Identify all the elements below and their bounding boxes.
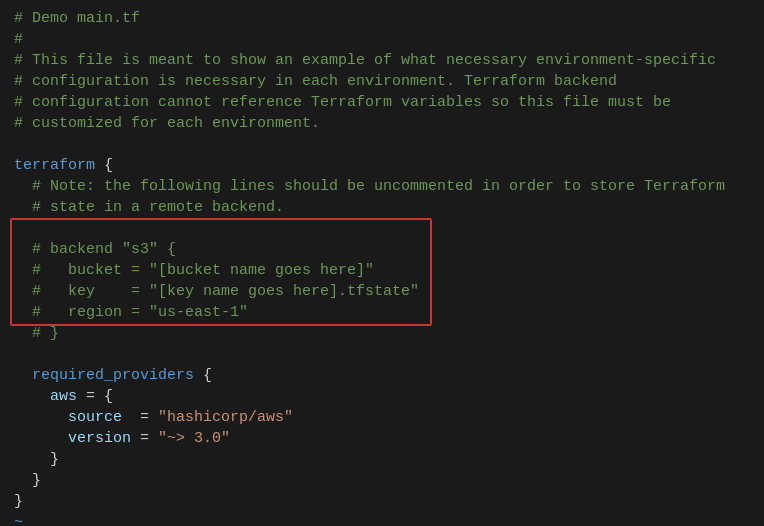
code-line-14: # key = "[key name goes here].tfstate" [14,281,750,302]
code-line-3: # This file is meant to show an example … [14,50,750,71]
code-line-4: # configuration is necessary in each env… [14,71,750,92]
code-line-18: required_providers { [14,365,750,386]
code-line-25: ~ [14,512,750,526]
code-editor: # Demo main.tf # # This file is meant to… [0,0,764,526]
code-line-11 [14,218,750,239]
code-line-19: aws = { [14,386,750,407]
code-line-22: } [14,449,750,470]
code-line-20: source = "hashicorp/aws" [14,407,750,428]
code-line-7 [14,134,750,155]
code-line-6: # customized for each environment. [14,113,750,134]
code-line-12: # backend "s3" { [14,239,750,260]
code-line-15: # region = "us-east-1" [14,302,750,323]
code-line-10: # state in a remote backend. [14,197,750,218]
code-line-1: # Demo main.tf [14,8,750,29]
code-line-2: # [14,29,750,50]
code-line-5: # configuration cannot reference Terrafo… [14,92,750,113]
code-line-24: } [14,491,750,512]
code-line-8: terraform { [14,155,750,176]
code-line-17 [14,344,750,365]
code-line-16: # } [14,323,750,344]
code-line-23: } [14,470,750,491]
code-line-9: # Note: the following lines should be un… [14,176,750,197]
code-line-21: version = "~> 3.0" [14,428,750,449]
code-line-13: # bucket = "[bucket name goes here]" [14,260,750,281]
